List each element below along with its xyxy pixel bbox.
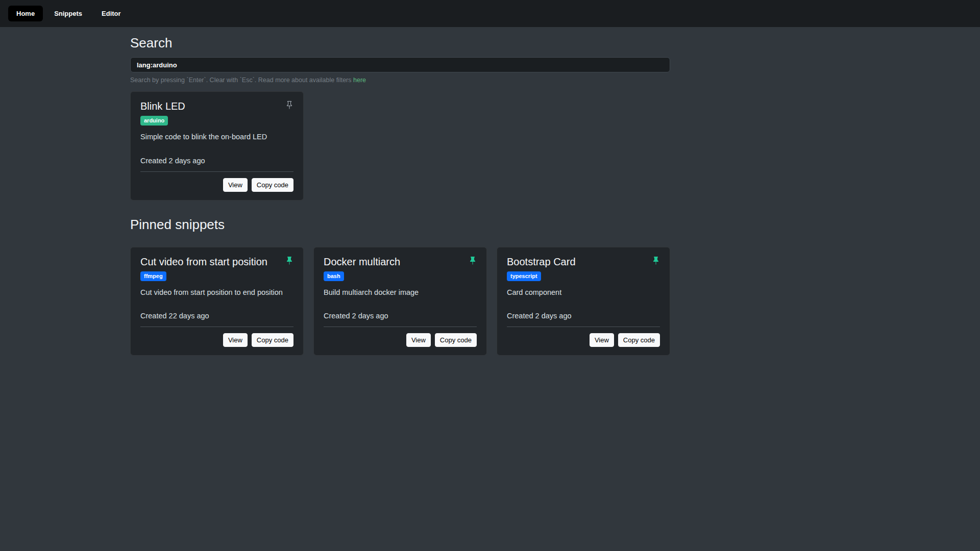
snippet-created: Created 2 days ago (324, 312, 477, 320)
search-help-text: Search by pressing `Enter`. Clear with `… (130, 77, 670, 84)
view-button[interactable]: View (590, 333, 614, 347)
card-divider (140, 171, 293, 172)
copy-code-button[interactable]: Copy code (252, 178, 293, 192)
snippet-card: Bootstrap Card typescript Card component… (497, 247, 670, 356)
view-button[interactable]: View (223, 178, 248, 192)
snippet-card: Cut video from start position ffmpeg Cut… (130, 247, 304, 356)
pin-filled-icon[interactable] (652, 257, 660, 265)
snippet-description: Simple code to blink the on-board LED (140, 132, 293, 142)
view-button[interactable]: View (406, 333, 431, 347)
pinned-snippets-grid: Cut video from start position ffmpeg Cut… (130, 247, 670, 356)
copy-code-button[interactable]: Copy code (252, 333, 293, 347)
search-results: Blink LED arduino Simple code to blink t… (130, 91, 670, 201)
pin-filled-icon[interactable] (285, 257, 293, 265)
search-section: Search Search by pressing `Enter`. Clear… (130, 35, 670, 84)
language-badge: ffmpeg (140, 271, 166, 281)
card-divider (140, 327, 293, 327)
nav-item-editor[interactable]: Editor (93, 6, 129, 21)
card-divider (507, 327, 660, 327)
copy-code-button[interactable]: Copy code (435, 333, 477, 347)
snippet-title: Blink LED (140, 100, 185, 112)
top-navbar: Home Snippets Editor (0, 0, 980, 27)
language-badge: bash (324, 271, 344, 281)
language-badge: typescript (507, 271, 541, 281)
filters-help-link[interactable]: here (353, 77, 366, 84)
card-divider (324, 327, 477, 327)
view-button[interactable]: View (223, 333, 248, 347)
copy-code-button[interactable]: Copy code (618, 333, 660, 347)
snippet-description: Build multiarch docker image (324, 288, 477, 298)
pin-filled-icon[interactable] (469, 257, 477, 265)
snippet-created: Created 22 days ago (140, 312, 293, 320)
search-help-prefix: Search by pressing `Enter`. Clear with `… (130, 77, 353, 84)
snippet-title: Docker multiarch (324, 256, 400, 268)
snippet-description: Cut video from start position to end pos… (140, 288, 293, 298)
snippet-card: Blink LED arduino Simple code to blink t… (130, 91, 304, 201)
snippet-created: Created 2 days ago (507, 312, 660, 320)
search-input[interactable] (130, 57, 670, 72)
pinned-snippets-heading: Pinned snippets (130, 217, 670, 233)
snippet-title: Bootstrap Card (507, 256, 576, 268)
language-badge: arduino (140, 116, 168, 126)
search-heading: Search (130, 35, 670, 51)
nav-item-snippets[interactable]: Snippets (46, 6, 90, 21)
snippet-card: Docker multiarch bash Build multiarch do… (313, 247, 487, 356)
snippet-created: Created 2 days ago (140, 157, 293, 165)
snippet-title: Cut video from start position (140, 256, 267, 268)
snippet-description: Card component (507, 288, 660, 298)
nav-item-home[interactable]: Home (8, 6, 43, 21)
main-content: Search Search by pressing `Enter`. Clear… (130, 27, 670, 356)
pin-icon[interactable] (285, 101, 293, 109)
